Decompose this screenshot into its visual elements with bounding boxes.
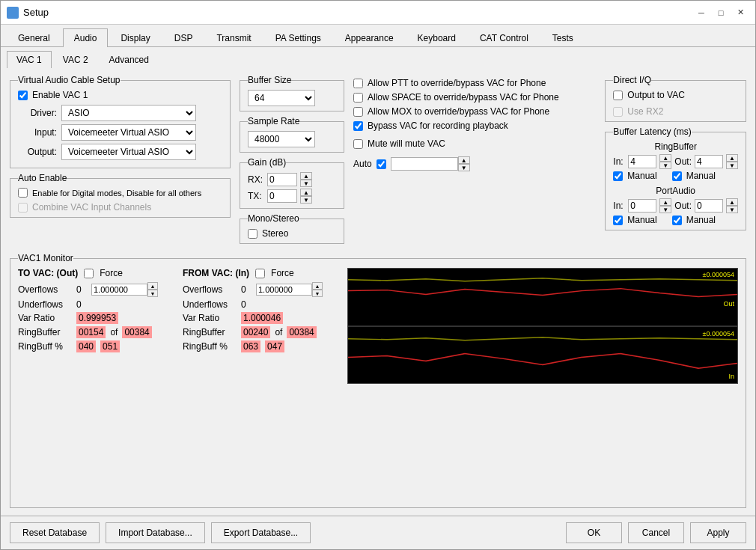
auto-down-btn[interactable]: ▼ xyxy=(458,164,470,171)
ok-button[interactable]: OK xyxy=(566,522,622,543)
to-vac-force-checkbox[interactable] xyxy=(84,269,94,278)
bypass-vac-row: Bypass VAC for recording playback xyxy=(353,120,596,131)
enable-vac-label: Enable VAC 1 xyxy=(32,90,88,100)
output-select[interactable]: Voicemeeter Virtual ASIO xyxy=(61,144,196,160)
input-label: Input: xyxy=(18,127,57,138)
output-to-vac-checkbox[interactable] xyxy=(613,91,623,100)
ptt-override-checkbox[interactable] xyxy=(353,79,363,88)
portaudio-label: PortAudio xyxy=(613,186,738,196)
import-database-button[interactable]: Import Database... xyxy=(106,522,205,543)
enable-vac-checkbox[interactable] xyxy=(18,91,28,100)
bypass-vac-checkbox[interactable] xyxy=(353,121,363,131)
to-vac-spin-down[interactable]: ▼ xyxy=(147,290,158,297)
from-vac-force-checkbox[interactable] xyxy=(255,269,265,278)
from-vac-rb-of: of xyxy=(275,327,282,337)
sub-tab-advanced[interactable]: Advanced xyxy=(100,51,159,68)
tab-transmit[interactable]: Transmit xyxy=(205,28,262,47)
rx-down-btn[interactable]: ▼ xyxy=(300,180,312,187)
sample-rate-legend: Sample Rate xyxy=(248,116,299,126)
minimize-button[interactable]: ─ xyxy=(692,5,710,20)
rb-in-input[interactable] xyxy=(628,155,656,168)
pa-in-input[interactable] xyxy=(628,199,656,213)
rb-out-down[interactable]: ▼ xyxy=(726,162,738,169)
rb-out-up[interactable]: ▲ xyxy=(726,154,738,162)
auto-up-btn[interactable]: ▲ xyxy=(458,156,470,164)
export-database-button[interactable]: Export Database... xyxy=(211,522,311,543)
pa-out-input[interactable] xyxy=(695,199,723,213)
stereo-checkbox[interactable] xyxy=(248,229,257,239)
tab-tests[interactable]: Tests xyxy=(541,28,585,47)
rb-out-manual-checkbox[interactable] xyxy=(672,171,682,181)
buffer-size-select[interactable]: 64 xyxy=(248,90,315,106)
output-label: Output: xyxy=(18,147,57,157)
mute-label: Mute will mute VAC xyxy=(368,138,445,149)
tx-up-btn[interactable]: ▲ xyxy=(300,189,312,196)
gain-legend: Gain (dB) xyxy=(248,157,286,168)
rb-in-up[interactable]: ▲ xyxy=(659,154,671,162)
from-vac-underflows-value: 0 xyxy=(241,299,252,310)
main-tab-bar: General Audio Display DSP Transmit PA Se… xyxy=(1,25,755,47)
sub-tab-bar: VAC 1 VAC 2 Advanced xyxy=(1,47,755,67)
close-button[interactable]: ✕ xyxy=(731,5,749,20)
tab-dsp[interactable]: DSP xyxy=(163,28,204,47)
pa-out-up[interactable]: ▲ xyxy=(726,198,738,206)
pa-in-manual-checkbox[interactable] xyxy=(613,216,623,225)
cancel-button[interactable]: Cancel xyxy=(628,522,684,543)
app-icon xyxy=(7,7,19,19)
from-vac-spin-input[interactable] xyxy=(256,284,312,296)
to-vac-overflows-label: Overflows xyxy=(18,284,72,295)
tab-cat-control[interactable]: CAT Control xyxy=(469,28,540,47)
combine-vac-checkbox[interactable] xyxy=(18,203,28,213)
space-override-checkbox[interactable] xyxy=(353,93,363,103)
from-vac-spin-down[interactable]: ▼ xyxy=(312,290,323,297)
input-select[interactable]: Voicemeeter Virtual ASIO xyxy=(61,124,196,141)
tab-general[interactable]: General xyxy=(7,28,61,47)
to-vac-rb-of: of xyxy=(110,327,118,337)
from-vac-label: FROM VAC: (In) xyxy=(183,268,249,278)
pa-in-up[interactable]: ▲ xyxy=(659,198,671,206)
monitor-section: VAC1 Monitor TO VAC: (Out) Force Overflo… xyxy=(10,253,746,508)
use-rx2-checkbox[interactable] xyxy=(613,107,623,117)
rb-in-manual-checkbox[interactable] xyxy=(613,171,623,181)
title-bar: Setup ─ □ ✕ xyxy=(1,1,755,25)
to-vac-underflows-label: Underflows xyxy=(18,299,72,310)
tab-keyboard[interactable]: Keyboard xyxy=(406,28,467,47)
stereo-label: Stereo xyxy=(262,228,288,239)
to-vac-spin-input[interactable] xyxy=(91,284,147,296)
tab-display[interactable]: Display xyxy=(109,28,161,47)
reset-database-button[interactable]: Reset Database xyxy=(10,522,100,543)
sample-rate-select[interactable]: 48000 xyxy=(248,131,315,147)
auto-checkbox[interactable] xyxy=(377,159,386,169)
maximize-button[interactable]: □ xyxy=(712,5,730,20)
to-vac-spin-up[interactable]: ▲ xyxy=(147,282,158,290)
driver-row: Driver: ASIO xyxy=(18,105,222,121)
rx-input[interactable] xyxy=(267,173,297,186)
ringbuffer-label: RingBuffer xyxy=(613,141,738,152)
mox-override-label: Allow MOX to override/bypass VAC for Pho… xyxy=(368,106,549,117)
pa-out-down[interactable]: ▼ xyxy=(726,206,738,213)
from-vac-spin-up[interactable]: ▲ xyxy=(312,282,323,290)
rb-out-input[interactable] xyxy=(695,155,723,168)
sub-tab-vac1[interactable]: VAC 1 xyxy=(7,51,52,68)
to-vac-overflows-value: 0 xyxy=(76,284,87,295)
auto-value-input[interactable]: 0.000070 xyxy=(391,157,458,171)
tab-appearance[interactable]: Appearance xyxy=(334,28,405,47)
checkboxes-section: Allow PTT to override/bypass VAC for Pho… xyxy=(353,78,596,131)
driver-select[interactable]: ASIO xyxy=(61,105,196,121)
mute-checkbox[interactable] xyxy=(353,139,363,149)
chart-in-label: In xyxy=(728,373,734,380)
rb-in-down[interactable]: ▼ xyxy=(659,162,671,169)
rx-up-btn[interactable]: ▲ xyxy=(300,172,312,180)
tx-down-btn[interactable]: ▼ xyxy=(300,196,312,204)
apply-button[interactable]: Apply xyxy=(690,522,746,543)
tab-audio[interactable]: Audio xyxy=(63,28,109,47)
pa-in-down[interactable]: ▼ xyxy=(659,206,671,213)
tab-pa-settings[interactable]: PA Settings xyxy=(264,28,332,47)
pa-out-manual-checkbox[interactable] xyxy=(672,216,682,225)
digital-modes-checkbox[interactable] xyxy=(18,188,28,198)
sub-tab-vac2[interactable]: VAC 2 xyxy=(53,51,98,68)
main-window: Setup ─ □ ✕ General Audio Display DSP Tr… xyxy=(0,0,756,550)
direct-iq-legend: Direct I/Q xyxy=(613,75,651,85)
mox-override-checkbox[interactable] xyxy=(353,107,363,117)
tx-input[interactable] xyxy=(267,189,297,203)
